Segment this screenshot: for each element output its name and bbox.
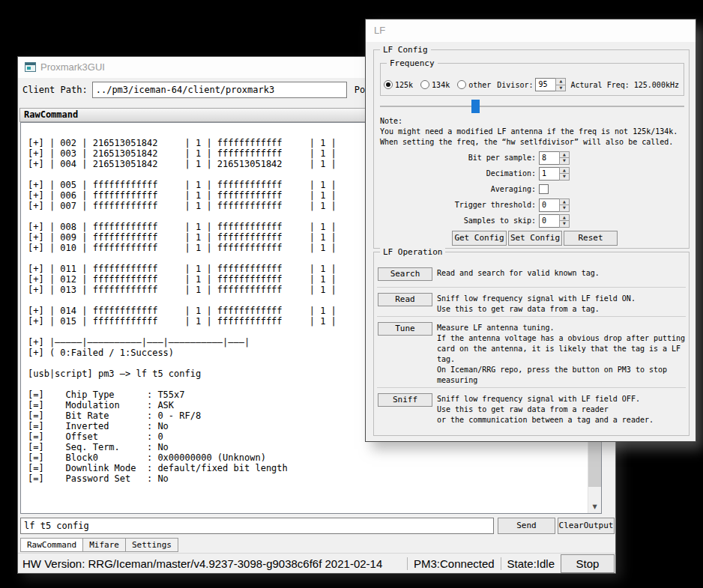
bit-per-sample-label: Bit per sample:: [377, 154, 539, 162]
divisor-label: Divisor:: [497, 81, 533, 89]
samples-to-skip-spinner[interactable]: 0 ▲ ▼: [539, 214, 570, 228]
scroll-down-icon[interactable]: ▼: [588, 500, 601, 513]
spin-down-icon[interactable]: ▼: [559, 220, 570, 228]
tab-mifare[interactable]: Mifare: [82, 538, 126, 552]
frequency-legend: Frequency: [387, 58, 438, 68]
samples-to-skip-value[interactable]: 0: [539, 214, 560, 228]
separator: [377, 387, 686, 388]
radio-125k-label[interactable]: 125k: [395, 81, 413, 89]
slider-groove: [380, 106, 684, 107]
bottom-tabs: RawCommand Mifare Settings: [20, 538, 178, 552]
pm3-connection-status: PM3:Connected: [407, 557, 501, 570]
averaging-label: Averaging:: [377, 185, 539, 193]
frequency-group: Frequency 125k 134k other Divisor: 95 ▲ …: [380, 63, 684, 96]
lf-dialog: LF LF Config Frequency 125k 134k other D…: [365, 19, 696, 442]
lf-config-legend: LF Config: [380, 45, 431, 55]
separator: [377, 287, 686, 288]
radio-134k[interactable]: [420, 80, 429, 89]
spin-down-icon[interactable]: ▼: [559, 173, 570, 181]
radio-125k[interactable]: [384, 80, 393, 89]
spin-buttons: ▲ ▼: [559, 151, 570, 165]
window-title: Proxmark3GUI: [40, 57, 105, 78]
command-row: Send ClearOutput: [20, 518, 613, 534]
read-description: Sniff low frequency signal with LF field…: [437, 294, 687, 315]
lf-dialog-titlebar[interactable]: LF: [366, 19, 696, 42]
bit-per-sample-row: Bit per sample: 8 ▲ ▼: [377, 151, 570, 165]
frequency-note: Note: You might need a modified LF anten…: [380, 116, 687, 148]
radio-134k-label[interactable]: 134k: [432, 81, 450, 89]
decimation-value[interactable]: 1: [539, 167, 560, 181]
radio-other-label[interactable]: other: [468, 81, 491, 89]
separator: [377, 316, 686, 317]
spin-buttons: ▲ ▼: [559, 198, 570, 212]
samples-to-skip-row: Samples to skip: 0 ▲ ▼: [377, 213, 570, 228]
frequency-row: 125k 134k other Divisor: 95 ▲ ▼ Actural …: [384, 77, 682, 92]
averaging-checkbox[interactable]: [539, 184, 549, 194]
bit-per-sample-spinner[interactable]: 8 ▲ ▼: [539, 151, 570, 165]
spin-buttons: ▲ ▼: [559, 167, 570, 181]
sniff-button[interactable]: Sniff: [378, 393, 432, 407]
averaging-row: Averaging:: [377, 182, 549, 196]
sniff-description: Sniff low frequency signal with LF field…: [437, 394, 687, 425]
divisor-value[interactable]: 95: [535, 78, 556, 91]
set-config-button[interactable]: Set Config: [508, 231, 562, 246]
lf-config-group: LF Config Frequency 125k 134k other Divi…: [373, 49, 690, 249]
lf-dialog-title: LF: [374, 19, 385, 42]
client-path-input[interactable]: [92, 82, 347, 98]
stop-button[interactable]: Stop: [561, 554, 615, 573]
tune-button[interactable]: Tune: [378, 322, 432, 336]
frequency-slider[interactable]: [380, 100, 684, 113]
clear-output-button[interactable]: ClearOutput: [558, 518, 615, 534]
state-status: State:Idle: [501, 557, 561, 570]
trigger-threshold-label: Trigger threshold:: [377, 201, 539, 209]
spin-down-icon[interactable]: ▼: [555, 85, 566, 92]
get-config-button[interactable]: Get Config: [452, 231, 507, 246]
decimation-label: Decimation:: [377, 169, 539, 178]
search-description: Read and search for valid known tag.: [437, 268, 687, 279]
client-path-label: Client Path:: [22, 85, 88, 95]
tune-description: Measure LF antenna tuning. If the antenn…: [437, 323, 687, 386]
lf-operation-group: LF Operation Search Read and search for …: [373, 252, 690, 436]
trigger-threshold-value[interactable]: 0: [539, 198, 560, 212]
slider-handle[interactable]: [471, 100, 480, 113]
decimation-spinner[interactable]: 1 ▲ ▼: [539, 167, 570, 181]
tab-rawcommand[interactable]: RawCommand: [20, 538, 83, 552]
tab-settings[interactable]: Settings: [125, 538, 178, 552]
divisor-spinner[interactable]: 95 ▲ ▼: [535, 78, 566, 91]
read-button[interactable]: Read: [378, 293, 432, 306]
lf-operation-legend: LF Operation: [380, 247, 445, 257]
samples-to-skip-label: Samples to skip:: [377, 216, 539, 225]
app-icon: [25, 62, 36, 72]
bit-per-sample-value[interactable]: 8: [539, 151, 560, 165]
spin-down-icon[interactable]: ▼: [559, 157, 570, 165]
decimation-row: Decimation: 1 ▲ ▼: [377, 166, 570, 181]
send-button[interactable]: Send: [498, 518, 555, 534]
search-button[interactable]: Search: [378, 267, 432, 281]
spin-down-icon[interactable]: ▼: [559, 204, 570, 212]
trigger-threshold-spinner[interactable]: 0 ▲ ▼: [539, 198, 570, 212]
spin-buttons: ▲ ▼: [559, 214, 570, 228]
hw-version-status: HW Version: RRG/Iceman/master/v4.9237-30…: [18, 557, 407, 570]
command-input[interactable]: [20, 518, 494, 534]
actual-freq-label: Actural Freq: 125.000kHz: [570, 81, 679, 89]
radio-other[interactable]: [457, 80, 466, 89]
status-bar: HW Version: RRG/Iceman/master/v4.9237-30…: [18, 553, 615, 573]
divisor-spin-buttons: ▲ ▼: [555, 78, 566, 91]
trigger-threshold-row: Trigger threshold: 0 ▲ ▼: [377, 198, 570, 212]
scrollbar-thumb[interactable]: [588, 436, 601, 487]
reset-button[interactable]: Reset: [564, 231, 618, 246]
